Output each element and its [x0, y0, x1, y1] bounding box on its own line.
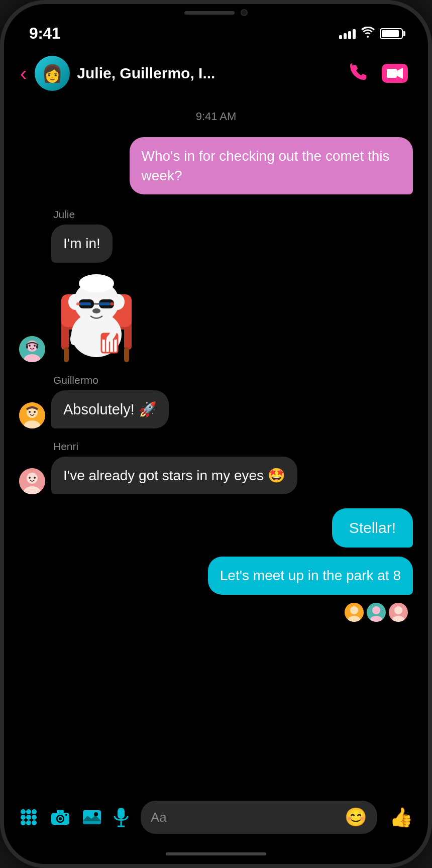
svg-point-55 — [21, 815, 26, 820]
bubble-outgoing-1: Who's in for checking out the comet this… — [130, 137, 413, 194]
svg-point-5 — [29, 345, 31, 347]
chat-area[interactable]: 9:41 AM Who's in for checking out the co… — [4, 99, 428, 794]
group-avatar: 👩 — [35, 56, 70, 91]
avatar-julie — [19, 336, 45, 362]
nav-bar: ‹ 👩 Julie, Guillermo, I... — [4, 48, 428, 99]
bubble-julie-1: I'm in! — [51, 225, 113, 262]
julie-message-row: Julie I'm in! — [19, 208, 413, 262]
message-row-meetup: Let's meet up in the park at 8 — [19, 557, 413, 594]
sticker-row — [19, 267, 413, 362]
receipt-2 — [367, 603, 386, 622]
avatar-henri — [19, 468, 45, 494]
svg-rect-12 — [64, 347, 69, 362]
home-bar — [166, 852, 266, 855]
svg-point-68 — [94, 812, 98, 816]
battery — [380, 28, 403, 39]
stellar-row: Stellar! — [19, 508, 413, 550]
phone-frame: 9:41 ‹ — [0, 0, 432, 868]
status-icons — [339, 27, 403, 41]
back-button[interactable]: ‹ — [20, 62, 27, 85]
mic-button[interactable] — [114, 807, 129, 827]
svg-point-57 — [32, 815, 37, 820]
video-button[interactable] — [382, 64, 408, 83]
sticker-yeti — [51, 267, 142, 362]
message-row-stellar: Stellar! — [19, 508, 413, 548]
svg-point-56 — [26, 815, 31, 820]
nav-title: Julie, Guillermo, I... — [77, 65, 349, 82]
bottom-toolbar: Aa 😊 👍 — [4, 794, 428, 844]
guillermo-row: Guillermo Absolutely! 🚀 — [19, 374, 413, 429]
svg-point-36 — [29, 411, 31, 413]
bubble-henri: I've already got stars in my eyes 🤩 — [51, 457, 297, 494]
svg-point-27 — [92, 308, 100, 313]
svg-point-47 — [372, 606, 380, 614]
receipt-3 — [389, 603, 408, 622]
julie-group: Julie I'm in! — [19, 208, 413, 362]
svg-rect-65 — [57, 810, 64, 814]
input-placeholder[interactable]: Aa — [151, 810, 339, 825]
bubble-meetup: Let's meet up in the park at 8 — [208, 557, 413, 594]
svg-point-37 — [34, 411, 36, 413]
svg-rect-22 — [76, 302, 80, 305]
message-group-henri: Henri I've already got stars in my eyes … — [51, 441, 297, 494]
photo-button[interactable] — [82, 809, 101, 826]
svg-rect-69 — [118, 808, 125, 819]
svg-point-59 — [26, 820, 31, 825]
svg-point-60 — [32, 820, 37, 825]
signal-bar-1 — [339, 35, 342, 39]
battery-fill — [382, 30, 399, 37]
svg-point-19 — [79, 274, 114, 292]
svg-point-58 — [21, 820, 26, 825]
read-receipts — [19, 603, 413, 622]
signal-bar-3 — [348, 31, 351, 39]
svg-point-41 — [29, 477, 31, 479]
message-group-julie: Julie I'm in! — [51, 208, 113, 262]
svg-point-42 — [34, 477, 36, 479]
status-time: 9:41 — [29, 24, 60, 43]
svg-point-54 — [32, 809, 37, 814]
emoji-button[interactable]: 😊 — [345, 807, 367, 828]
svg-point-64 — [59, 817, 62, 820]
signal-bar-4 — [353, 29, 356, 39]
svg-rect-24 — [99, 302, 110, 305]
notch-camera — [241, 9, 248, 16]
svg-point-52 — [21, 809, 26, 814]
nav-actions — [349, 62, 408, 85]
screen: 9:41 ‹ — [4, 4, 428, 864]
guillermo-group: Guillermo Absolutely! 🚀 — [19, 374, 413, 429]
henri-group: Henri I've already got stars in my eyes … — [19, 441, 413, 494]
svg-point-44 — [350, 606, 358, 614]
meetup-row: Let's meet up in the park at 8 — [19, 557, 413, 596]
sender-name-julie: Julie — [51, 208, 113, 221]
notch-bar — [184, 11, 235, 15]
henri-row: Henri I've already got stars in my eyes … — [19, 441, 413, 494]
svg-rect-8 — [36, 345, 38, 349]
message-group-outgoing: Who's in for checking out the comet this… — [130, 137, 413, 194]
message-group-stellar: Stellar! — [332, 508, 413, 548]
signal-bar-2 — [344, 33, 347, 39]
avatar-guillermo — [19, 402, 45, 428]
signal-bars — [339, 28, 356, 39]
call-button[interactable] — [349, 62, 367, 85]
message-group-guillermo: Guillermo Absolutely! 🚀 — [51, 374, 169, 429]
like-button[interactable]: 👍 — [389, 806, 413, 828]
message-group-meetup: Let's meet up in the park at 8 — [208, 557, 413, 594]
message-input[interactable]: Aa 😊 — [141, 801, 377, 834]
svg-point-6 — [34, 345, 36, 347]
sender-name-guillermo: Guillermo — [51, 374, 169, 386]
svg-rect-25 — [110, 302, 114, 305]
timestamp: 9:41 AM — [19, 110, 413, 123]
camera-button[interactable] — [50, 809, 70, 826]
message-row: Who's in for checking out the comet this… — [19, 137, 413, 194]
apps-button[interactable] — [19, 808, 38, 827]
svg-point-66 — [65, 814, 67, 816]
svg-rect-23 — [80, 302, 91, 305]
svg-rect-7 — [26, 345, 28, 349]
svg-point-53 — [26, 809, 31, 814]
bubble-stellar: Stellar! — [332, 508, 413, 548]
bubble-guillermo: Absolutely! 🚀 — [51, 390, 169, 429]
svg-point-39 — [27, 473, 38, 484]
home-indicator — [4, 844, 428, 864]
receipt-1 — [345, 603, 364, 622]
notch — [156, 4, 276, 21]
